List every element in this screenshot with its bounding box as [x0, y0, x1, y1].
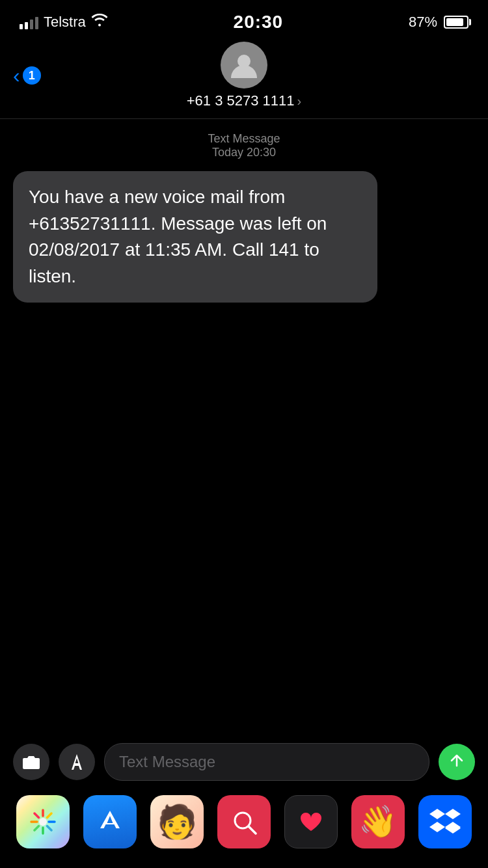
sender-type-label: Text Message — [13, 132, 475, 146]
health-app-icon — [297, 807, 325, 836]
status-right: 87% — [409, 14, 468, 31]
signal-icon — [20, 15, 38, 29]
back-chevron-icon: ‹ — [13, 65, 20, 86]
text-input-placeholder: Text Message — [119, 753, 215, 771]
dock-icon-memoji[interactable]: 🧑 — [150, 795, 204, 848]
svg-line-7 — [47, 826, 51, 831]
text-input[interactable]: Text Message — [104, 743, 429, 781]
dropbox-app-icon — [429, 807, 461, 836]
dock-icon-dropbox[interactable] — [418, 795, 472, 848]
websearch-app-icon — [230, 807, 258, 836]
back-button[interactable]: ‹ 1 — [13, 65, 41, 86]
back-badge-count: 1 — [23, 66, 41, 85]
send-button[interactable] — [439, 744, 475, 780]
svg-point-10 — [39, 818, 47, 826]
message-time-label: Today 20:30 — [13, 146, 475, 159]
avatar[interactable] — [221, 42, 267, 88]
avatar-person-icon — [221, 42, 267, 88]
status-left: Telstra — [20, 14, 108, 31]
dock-icon-appstore[interactable] — [83, 795, 137, 848]
status-bar: Telstra 20:30 87% — [0, 0, 488, 35]
svg-line-8 — [47, 813, 51, 818]
message-bubble: You have a new voice mail from +61352731… — [13, 171, 377, 303]
appstore-app-icon — [94, 806, 126, 838]
svg-line-6 — [34, 813, 39, 818]
wave-emoji-icon: 👋 — [359, 804, 398, 840]
input-toolbar: Text Message — [0, 734, 488, 790]
svg-line-12 — [249, 826, 256, 834]
camera-button[interactable] — [13, 744, 49, 780]
contact-info: +61 3 5273 1111 › — [187, 42, 301, 109]
photos-app-icon — [28, 807, 58, 837]
detail-chevron-icon: › — [297, 94, 302, 109]
battery-percentage: 87% — [409, 14, 437, 31]
dock-icon-websearch[interactable] — [217, 795, 271, 848]
dock-icon-health[interactable] — [284, 795, 338, 848]
send-arrow-icon — [448, 753, 465, 770]
svg-marker-13 — [429, 809, 445, 819]
memoji-emoji-icon: 🧑 — [157, 803, 197, 841]
wifi-icon — [91, 14, 108, 31]
time-display: 20:30 — [234, 12, 284, 33]
carrier-label: Telstra — [44, 14, 86, 31]
battery-icon — [444, 16, 468, 29]
dock-icon-photos[interactable] — [16, 795, 70, 848]
apps-button[interactable] — [59, 744, 95, 780]
message-timestamp: Text Message Today 20:30 — [13, 132, 475, 159]
dock: 🧑 👋 — [0, 789, 488, 855]
dock-icon-wave[interactable]: 👋 — [351, 795, 405, 848]
phone-number[interactable]: +61 3 5273 1111 › — [187, 92, 301, 109]
svg-line-9 — [34, 826, 39, 831]
svg-marker-14 — [445, 809, 461, 819]
message-area: Text Message Today 20:30 You have a new … — [0, 119, 488, 303]
svg-marker-17 — [445, 823, 461, 834]
nav-header: ‹ 1 +61 3 5273 1111 › — [0, 35, 488, 119]
svg-marker-15 — [429, 822, 445, 832]
